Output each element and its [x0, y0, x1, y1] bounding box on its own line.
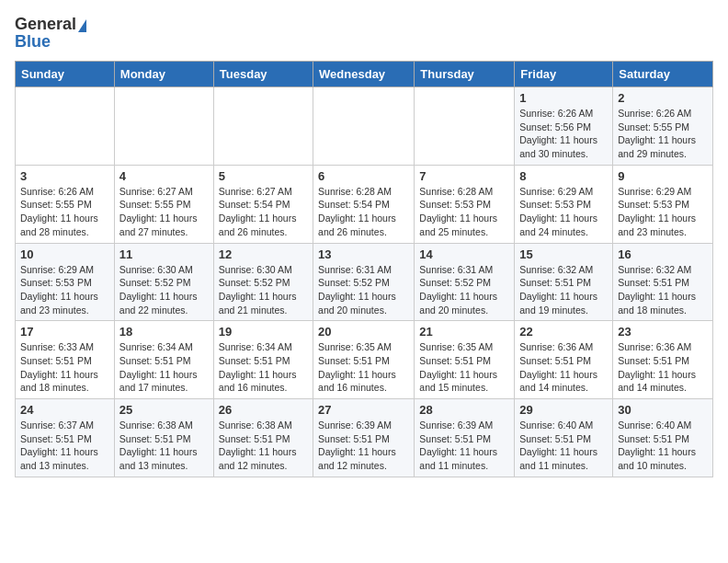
calendar-cell: 7Sunrise: 6:28 AMSunset: 5:53 PMDaylight… — [415, 165, 515, 243]
weekday-header-wednesday: Wednesday — [313, 62, 415, 87]
day-number: 27 — [318, 403, 409, 417]
day-number: 18 — [119, 325, 209, 339]
day-info: Sunrise: 6:35 AMSunset: 5:51 PMDaylight:… — [419, 340, 509, 395]
day-info: Sunrise: 6:29 AMSunset: 5:53 PMDaylight:… — [20, 263, 109, 317]
calendar-cell: 30Sunrise: 6:40 AMSunset: 5:51 PMDayligh… — [613, 399, 713, 477]
day-number: 12 — [219, 247, 308, 261]
day-info: Sunrise: 6:31 AMSunset: 5:52 PMDaylight:… — [419, 263, 509, 317]
page-header: General Blue — [15, 15, 713, 52]
calendar-cell — [114, 87, 213, 166]
day-number: 14 — [419, 247, 509, 261]
day-number: 13 — [318, 247, 409, 261]
calendar-cell: 20Sunrise: 6:35 AMSunset: 5:51 PMDayligh… — [313, 321, 415, 399]
day-info: Sunrise: 6:30 AMSunset: 5:52 PMDaylight:… — [119, 263, 209, 317]
calendar-cell: 15Sunrise: 6:32 AMSunset: 5:51 PMDayligh… — [515, 243, 613, 321]
calendar-cell — [213, 87, 313, 166]
weekday-header-sunday: Sunday — [16, 62, 115, 87]
day-number: 26 — [219, 403, 308, 417]
logo: General Blue — [15, 15, 86, 52]
day-number: 11 — [119, 247, 209, 261]
calendar-week-row: 24Sunrise: 6:37 AMSunset: 5:51 PMDayligh… — [16, 399, 713, 477]
day-info: Sunrise: 6:40 AMSunset: 5:51 PMDaylight:… — [618, 419, 708, 473]
calendar-cell: 11Sunrise: 6:30 AMSunset: 5:52 PMDayligh… — [114, 243, 213, 321]
calendar-cell: 2Sunrise: 6:26 AMSunset: 5:55 PMDaylight… — [613, 87, 713, 166]
calendar-header-row: SundayMondayTuesdayWednesdayThursdayFrid… — [16, 62, 713, 87]
day-info: Sunrise: 6:27 AMSunset: 5:55 PMDaylight:… — [119, 185, 209, 239]
calendar-cell: 17Sunrise: 6:33 AMSunset: 5:51 PMDayligh… — [16, 321, 115, 399]
calendar-cell: 10Sunrise: 6:29 AMSunset: 5:53 PMDayligh… — [16, 243, 115, 321]
day-number: 3 — [20, 169, 109, 183]
calendar-cell — [415, 87, 515, 166]
day-info: Sunrise: 6:35 AMSunset: 5:51 PMDaylight:… — [318, 340, 409, 395]
calendar-cell: 12Sunrise: 6:30 AMSunset: 5:52 PMDayligh… — [213, 243, 313, 321]
day-number: 10 — [20, 247, 109, 261]
day-number: 16 — [618, 247, 708, 261]
weekday-header-thursday: Thursday — [415, 62, 515, 87]
day-number: 22 — [519, 325, 608, 339]
day-number: 8 — [519, 169, 608, 183]
day-info: Sunrise: 6:38 AMSunset: 5:51 PMDaylight:… — [119, 419, 209, 473]
logo-triangle-icon — [78, 19, 86, 32]
calendar-cell: 6Sunrise: 6:28 AMSunset: 5:54 PMDaylight… — [313, 165, 415, 243]
calendar-table: SundayMondayTuesdayWednesdayThursdayFrid… — [15, 61, 713, 477]
calendar-cell: 13Sunrise: 6:31 AMSunset: 5:52 PMDayligh… — [313, 243, 415, 321]
day-info: Sunrise: 6:27 AMSunset: 5:54 PMDaylight:… — [219, 185, 308, 239]
calendar-week-row: 17Sunrise: 6:33 AMSunset: 5:51 PMDayligh… — [16, 321, 713, 399]
calendar-cell: 22Sunrise: 6:36 AMSunset: 5:51 PMDayligh… — [515, 321, 613, 399]
calendar-cell — [313, 87, 415, 166]
day-number: 5 — [219, 169, 308, 183]
day-number: 17 — [20, 325, 109, 339]
day-info: Sunrise: 6:33 AMSunset: 5:51 PMDaylight:… — [20, 340, 109, 395]
day-number: 30 — [618, 403, 708, 417]
logo-general-text: General — [15, 15, 76, 34]
weekday-header-friday: Friday — [515, 62, 613, 87]
calendar-cell: 16Sunrise: 6:32 AMSunset: 5:51 PMDayligh… — [613, 243, 713, 321]
calendar-cell: 28Sunrise: 6:39 AMSunset: 5:51 PMDayligh… — [415, 399, 515, 477]
day-info: Sunrise: 6:28 AMSunset: 5:53 PMDaylight:… — [419, 185, 509, 239]
day-info: Sunrise: 6:32 AMSunset: 5:51 PMDaylight:… — [618, 263, 708, 317]
day-number: 19 — [219, 325, 308, 339]
day-info: Sunrise: 6:26 AMSunset: 5:56 PMDaylight:… — [519, 107, 608, 161]
day-number: 25 — [119, 403, 209, 417]
weekday-header-saturday: Saturday — [613, 62, 713, 87]
day-number: 15 — [519, 247, 608, 261]
calendar-week-row: 1Sunrise: 6:26 AMSunset: 5:56 PMDaylight… — [16, 87, 713, 166]
calendar-cell: 23Sunrise: 6:36 AMSunset: 5:51 PMDayligh… — [613, 321, 713, 399]
calendar-cell: 29Sunrise: 6:40 AMSunset: 5:51 PMDayligh… — [515, 399, 613, 477]
day-number: 20 — [318, 325, 409, 339]
day-info: Sunrise: 6:34 AMSunset: 5:51 PMDaylight:… — [119, 340, 209, 395]
calendar-cell: 25Sunrise: 6:38 AMSunset: 5:51 PMDayligh… — [114, 399, 213, 477]
calendar-cell: 9Sunrise: 6:29 AMSunset: 5:53 PMDaylight… — [613, 165, 713, 243]
calendar-cell: 18Sunrise: 6:34 AMSunset: 5:51 PMDayligh… — [114, 321, 213, 399]
weekday-header-tuesday: Tuesday — [213, 62, 313, 87]
day-info: Sunrise: 6:37 AMSunset: 5:51 PMDaylight:… — [20, 419, 109, 473]
calendar-cell: 3Sunrise: 6:26 AMSunset: 5:55 PMDaylight… — [16, 165, 115, 243]
calendar-cell: 26Sunrise: 6:38 AMSunset: 5:51 PMDayligh… — [213, 399, 313, 477]
day-info: Sunrise: 6:36 AMSunset: 5:51 PMDaylight:… — [618, 340, 708, 395]
day-number: 4 — [119, 169, 209, 183]
calendar-cell: 14Sunrise: 6:31 AMSunset: 5:52 PMDayligh… — [415, 243, 515, 321]
calendar-cell: 19Sunrise: 6:34 AMSunset: 5:51 PMDayligh… — [213, 321, 313, 399]
day-info: Sunrise: 6:38 AMSunset: 5:51 PMDaylight:… — [219, 419, 308, 473]
day-info: Sunrise: 6:28 AMSunset: 5:54 PMDaylight:… — [318, 185, 409, 239]
day-number: 9 — [618, 169, 708, 183]
day-info: Sunrise: 6:30 AMSunset: 5:52 PMDaylight:… — [219, 263, 308, 317]
day-number: 7 — [419, 169, 509, 183]
day-info: Sunrise: 6:34 AMSunset: 5:51 PMDaylight:… — [219, 340, 308, 395]
day-info: Sunrise: 6:32 AMSunset: 5:51 PMDaylight:… — [519, 263, 608, 317]
calendar-cell: 1Sunrise: 6:26 AMSunset: 5:56 PMDaylight… — [515, 87, 613, 166]
day-info: Sunrise: 6:29 AMSunset: 5:53 PMDaylight:… — [618, 185, 708, 239]
day-info: Sunrise: 6:26 AMSunset: 5:55 PMDaylight:… — [618, 107, 708, 161]
logo-blue-text: Blue — [15, 32, 51, 52]
calendar-cell: 21Sunrise: 6:35 AMSunset: 5:51 PMDayligh… — [415, 321, 515, 399]
calendar-cell: 5Sunrise: 6:27 AMSunset: 5:54 PMDaylight… — [213, 165, 313, 243]
day-number: 1 — [519, 91, 608, 105]
day-number: 29 — [519, 403, 608, 417]
day-info: Sunrise: 6:26 AMSunset: 5:55 PMDaylight:… — [20, 185, 109, 239]
calendar-cell — [16, 87, 115, 166]
day-number: 6 — [318, 169, 409, 183]
calendar-cell: 24Sunrise: 6:37 AMSunset: 5:51 PMDayligh… — [16, 399, 115, 477]
day-info: Sunrise: 6:40 AMSunset: 5:51 PMDaylight:… — [519, 419, 608, 473]
day-info: Sunrise: 6:39 AMSunset: 5:51 PMDaylight:… — [318, 419, 409, 473]
day-number: 24 — [20, 403, 109, 417]
